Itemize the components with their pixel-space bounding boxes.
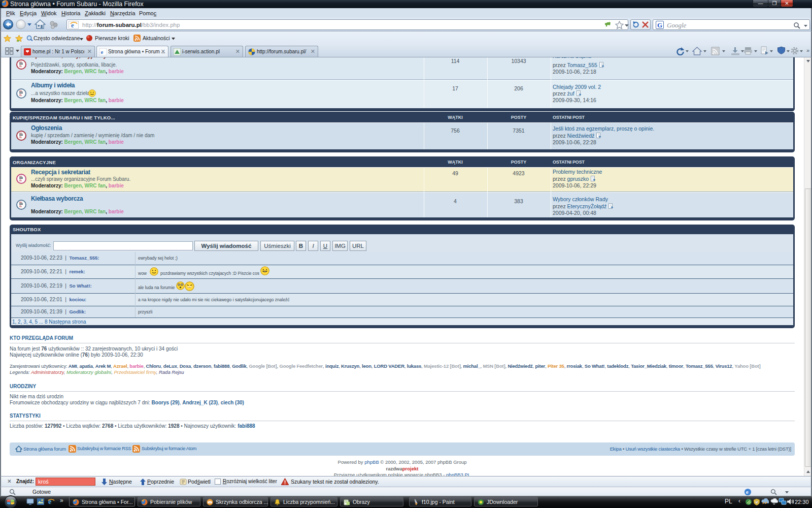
svg-text:e: e [48,498,51,505]
svg-text:e: e [101,49,104,55]
svg-text:e: e [746,489,749,495]
